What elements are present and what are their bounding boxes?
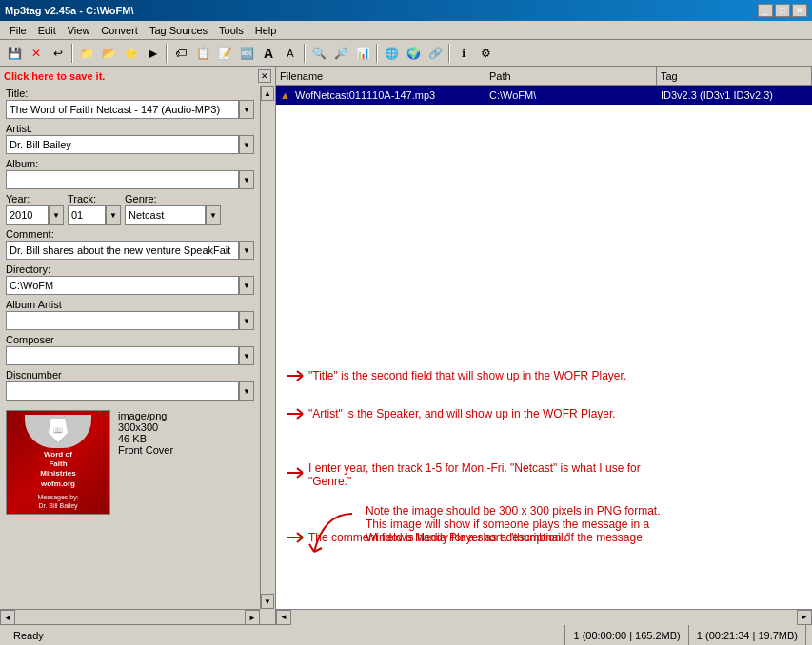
ytg-row: Year: ▼ Track: ▼ Genre: <box>0 191 260 226</box>
image-format: image/png <box>118 410 173 421</box>
genre-input[interactable] <box>125 205 206 225</box>
album-input-wrapper: ▼ <box>6 170 254 189</box>
discnumber-input[interactable] <box>6 381 239 401</box>
genre-arrow <box>286 463 305 482</box>
toolbar-open[interactable]: 📁 <box>76 43 97 64</box>
toolbar-delete[interactable]: ✕ <box>26 43 47 64</box>
album-artist-input[interactable] <box>6 311 239 330</box>
toolbar-search2[interactable]: 📊 <box>352 43 373 64</box>
artist-input[interactable] <box>6 135 239 154</box>
toolbar-tag4[interactable]: 🔤 <box>236 43 257 64</box>
album-artist-label: Album Artist <box>6 299 254 310</box>
scroll-down[interactable]: ▼ <box>261 594 274 609</box>
right-hscroll-left[interactable]: ◄ <box>276 610 291 625</box>
left-panel-close[interactable]: ✕ <box>258 69 271 83</box>
comment-input-wrapper: ▼ <box>6 241 254 260</box>
toolbar-tag2[interactable]: 📋 <box>192 43 213 64</box>
image-dimensions: 300x300 <box>118 421 173 433</box>
title-annotation-group: "Title" is the second field that will sh… <box>286 366 626 385</box>
toolbar-info[interactable]: ℹ <box>453 43 474 64</box>
genre-label: Genre: <box>125 193 221 205</box>
col-tag[interactable]: Tag <box>657 67 812 85</box>
album-input[interactable] <box>6 170 239 189</box>
annotation-area: "Title" is the second field that will sh… <box>276 347 812 609</box>
scroll-up[interactable]: ▲ <box>261 86 274 101</box>
toolbar-star[interactable]: ⭐ <box>120 43 141 64</box>
composer-dropdown[interactable]: ▼ <box>239 346 254 365</box>
left-scrollbar[interactable]: ▲ ▼ <box>260 86 275 609</box>
art-byline: Messages by: Dr. Bill Bailey <box>37 493 78 510</box>
minimize-button[interactable]: _ <box>758 4 773 17</box>
title-annotation-text: "Title" is the second field that will sh… <box>308 369 626 382</box>
title-dropdown[interactable]: ▼ <box>239 100 254 119</box>
menu-tools[interactable]: Tools <box>213 23 249 38</box>
right-hscroll-track[interactable] <box>291 610 797 625</box>
toolbar-web3[interactable]: 🔗 <box>425 43 446 64</box>
menu-view[interactable]: View <box>62 23 96 38</box>
toolbar-web[interactable]: 🌐 <box>381 43 402 64</box>
menu-file[interactable]: File <box>4 23 32 38</box>
menu-tag-sources[interactable]: Tag Sources <box>144 23 213 38</box>
title-group: Title: ▼ <box>0 86 260 121</box>
file-list-header: Filename Path Tag <box>276 67 812 86</box>
right-hscrollbar: ◄ ► <box>276 609 812 624</box>
comment-dropdown[interactable]: ▼ <box>239 241 254 260</box>
toolbar-font[interactable]: A <box>258 43 279 64</box>
title-input[interactable] <box>6 100 239 119</box>
comment-label: Comment: <box>6 228 254 240</box>
genre-annotation-group: I enter year, then track 1-5 for Mon.-Fr… <box>286 461 641 488</box>
image-annotation-text: Note the image should be 300 x 300 pixel… <box>366 504 661 544</box>
toolbar-play[interactable]: ▶ <box>142 43 163 64</box>
album-dropdown[interactable]: ▼ <box>239 170 254 189</box>
left-panel-content: Title: ▼ Artist: ▼ Album: <box>0 86 275 624</box>
col-filename[interactable]: Filename <box>276 67 485 85</box>
menu-edit[interactable]: Edit <box>32 23 62 38</box>
album-art[interactable]: 📖 Word of Faith Ministries wofm.org Mess… <box>6 410 110 515</box>
file-row[interactable]: ▲ WofNetcast011110A-147.mp3 C:\WoFM\ ID3… <box>276 86 812 105</box>
col-path[interactable]: Path <box>485 67 657 85</box>
hscroll-right[interactable]: ► <box>245 610 260 625</box>
save-button[interactable]: Click here to save it. <box>4 70 105 82</box>
toolbar-filter[interactable]: 🔍 <box>308 43 329 64</box>
year-input[interactable] <box>6 205 49 225</box>
genre-dropdown[interactable]: ▼ <box>206 205 221 225</box>
file-list: ▲ WofNetcast011110A-147.mp3 C:\WoFM\ ID3… <box>276 86 812 347</box>
toolbar-undo[interactable]: ↩ <box>48 43 69 64</box>
year-dropdown[interactable]: ▼ <box>49 205 64 225</box>
track-input[interactable] <box>68 205 106 225</box>
album-artist-dropdown[interactable]: ▼ <box>239 311 254 330</box>
file-tag: ID3v2.3 (ID3v1 ID3v2.3) <box>657 88 812 102</box>
toolbar-font2[interactable]: A <box>280 43 301 64</box>
album-label: Album: <box>6 158 254 169</box>
track-input-wrapper: ▼ <box>68 205 121 225</box>
album-group: Album: ▼ <box>0 156 260 191</box>
toolbar-search[interactable]: 🔎 <box>330 43 351 64</box>
toolbar-settings[interactable]: ⚙ <box>475 43 496 64</box>
track-label: Track: <box>68 193 121 205</box>
comment-group: Comment: ▼ <box>0 226 260 262</box>
toolbar-web2[interactable]: 🌍 <box>403 43 424 64</box>
artist-dropdown[interactable]: ▼ <box>239 135 254 154</box>
track-group: Track: ▼ <box>68 193 121 225</box>
maximize-button[interactable]: □ <box>775 4 790 17</box>
composer-input[interactable] <box>6 346 239 365</box>
album-artist-group: Album Artist ▼ <box>0 297 260 332</box>
image-arrow <box>305 504 362 561</box>
toolbar-tag3[interactable]: 📝 <box>214 43 235 64</box>
close-button[interactable]: ✕ <box>792 4 807 17</box>
toolbar-tag1[interactable]: 🏷 <box>170 43 191 64</box>
directory-dropdown[interactable]: ▼ <box>239 276 254 295</box>
image-annotation-group: Note the image should be 300 x 300 pixel… <box>305 504 661 561</box>
discnumber-dropdown[interactable]: ▼ <box>239 381 254 401</box>
file-path: C:\WoFM\ <box>485 88 657 102</box>
menu-help[interactable]: Help <box>249 23 283 38</box>
hscroll-left[interactable]: ◄ <box>0 610 15 625</box>
right-hscroll-right[interactable]: ► <box>797 610 812 625</box>
status-bar: Ready 1 (00:00:00 | 165.2MB) 1 (00:21:34… <box>0 624 812 645</box>
toolbar-open2[interactable]: 📂 <box>98 43 119 64</box>
track-dropdown[interactable]: ▼ <box>106 205 121 225</box>
comment-input[interactable] <box>6 241 239 260</box>
menu-convert[interactable]: Convert <box>95 23 144 38</box>
toolbar-save[interactable]: 💾 <box>4 43 25 64</box>
directory-input[interactable] <box>6 276 239 295</box>
